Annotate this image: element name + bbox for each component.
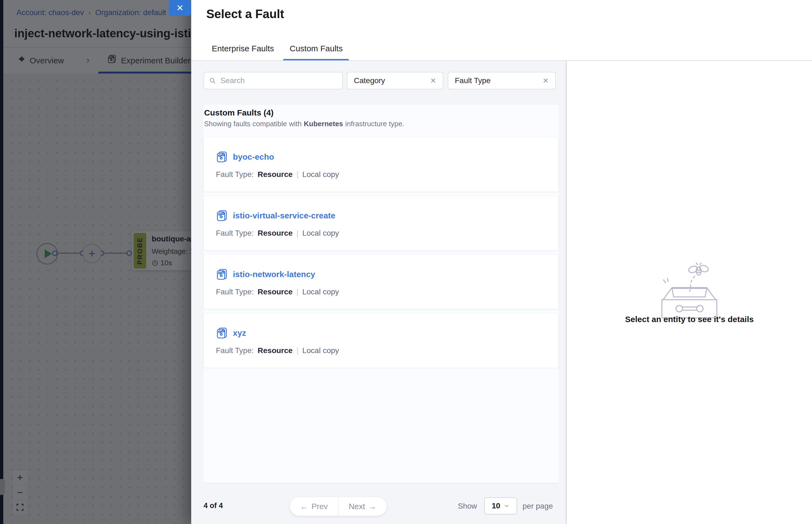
modal-title: Select a Fault xyxy=(206,7,284,21)
pagination-count: 4 of 4 xyxy=(203,502,223,510)
prev-page-button[interactable]: ← Prev xyxy=(290,497,338,516)
fault-meta: Fault Type: Resource | Local copy xyxy=(216,229,339,238)
category-filter-label: Category xyxy=(354,76,385,85)
custom-faults-list: Custom Faults (4) Showing faults compati… xyxy=(203,105,559,484)
close-icon: ✕ xyxy=(177,3,184,13)
page-size-select[interactable]: 10 xyxy=(484,497,517,514)
fault-meta: Fault Type: Resource | Local copy xyxy=(216,346,339,355)
chevron-down-icon xyxy=(504,503,510,509)
infrastructure-type: Kubernetes xyxy=(304,120,343,128)
select-fault-modal: ✕ Select a Fault Enterprise Faults Custo… xyxy=(191,0,812,524)
fault-name-link[interactable]: istio-network-latency xyxy=(233,270,315,279)
fault-type-filter-label: Fault Type xyxy=(455,76,491,85)
next-page-button[interactable]: Next → xyxy=(338,497,386,516)
fault-type-filter[interactable]: Fault Type ✕ xyxy=(448,72,556,89)
fault-meta: Fault Type: Resource | Local copy xyxy=(216,170,339,179)
fault-icon xyxy=(216,210,228,222)
search-icon xyxy=(209,77,216,84)
search-input[interactable] xyxy=(220,76,337,85)
fault-name-link[interactable]: istio-virtual-service-create xyxy=(233,211,335,220)
search-field xyxy=(203,72,343,89)
fault-card[interactable]: istio-virtual-service-create Fault Type:… xyxy=(203,196,559,250)
fault-card[interactable]: istio-network-latency Fault Type: Resour… xyxy=(203,254,559,309)
list-heading: Custom Faults (4) xyxy=(204,108,559,117)
category-filter[interactable]: Category ✕ xyxy=(347,72,443,89)
tab-custom-faults[interactable]: Custom Faults xyxy=(290,44,343,60)
empty-state-text: Select an entity to see it's details xyxy=(567,315,812,324)
per-page-label: per page xyxy=(523,502,553,510)
fault-name-link[interactable]: xyz xyxy=(233,328,246,338)
arrow-left-icon: ← xyxy=(300,502,308,511)
close-button[interactable]: ✕ xyxy=(169,0,191,16)
fault-icon xyxy=(216,268,228,280)
clear-icon[interactable]: ✕ xyxy=(543,77,549,85)
tab-enterprise-faults[interactable]: Enterprise Faults xyxy=(212,44,274,60)
clear-icon[interactable]: ✕ xyxy=(430,77,436,85)
pager: ← Prev Next → xyxy=(290,497,386,516)
fault-meta: Fault Type: Resource | Local copy xyxy=(216,288,339,296)
fault-card[interactable]: byoc-echo Fault Type: Resource | Local c… xyxy=(203,137,559,192)
list-subtitle: Showing faults compatible withKubernetes… xyxy=(204,120,559,128)
fault-card[interactable]: xyz Fault Type: Resource | Local copy xyxy=(203,313,559,368)
page-size-value: 10 xyxy=(492,502,500,510)
fault-details-panel: Select an entity to see it's details xyxy=(566,61,812,524)
fault-icon xyxy=(216,327,228,339)
show-label: Show xyxy=(458,502,477,510)
arrow-right-icon: → xyxy=(368,502,376,511)
fault-icon xyxy=(216,151,228,163)
fault-name-link[interactable]: byoc-echo xyxy=(233,152,274,162)
